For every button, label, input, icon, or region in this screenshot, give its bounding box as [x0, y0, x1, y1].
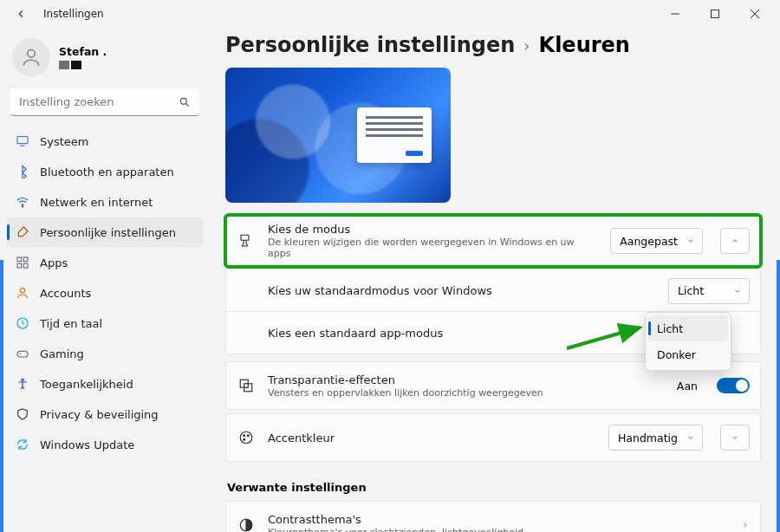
sidebar-item-clock[interactable]: Tijd en taal — [7, 308, 203, 338]
shield-icon — [16, 407, 29, 421]
svg-rect-11 — [17, 351, 28, 357]
row-choose-mode[interactable]: Kies de modus De kleuren wijzigen die wo… — [225, 215, 761, 267]
row-title: Contrastthema's — [268, 513, 729, 526]
row-subtitle: Kleurenthema's voor slechtzienden, licht… — [268, 527, 729, 533]
svg-point-1 — [28, 49, 36, 57]
sidebar: Stefan . SysteemBluetooth en apparatenNe… — [0, 28, 208, 532]
sidebar-item-label: Persoonlijke instellingen — [40, 226, 176, 239]
chevron-down-icon — [733, 287, 742, 295]
sidebar-item-game[interactable]: Gaming — [7, 339, 203, 368]
dropdown-option-donker[interactable]: Donker — [648, 341, 728, 367]
svg-point-17 — [244, 435, 245, 437]
svg-point-18 — [247, 435, 249, 437]
bluetooth-icon — [16, 165, 29, 178]
row-contrast-themes[interactable]: Contrastthema's Kleurenthema's voor slec… — [225, 501, 761, 532]
svg-rect-0 — [712, 10, 719, 18]
search-input[interactable] — [10, 88, 199, 116]
sidebar-item-label: Toegankelijkheid — [40, 378, 133, 391]
brush-icon — [16, 225, 29, 239]
chevron-up-icon — [731, 237, 739, 245]
svg-rect-7 — [17, 263, 22, 268]
row-windows-mode[interactable]: Kies uw standaardmodus voor Windows Lich… — [226, 270, 760, 312]
sidebar-item-label: Tijd en taal — [40, 317, 102, 330]
related-heading: Verwante instellingen — [227, 481, 761, 494]
row-title: Transparantie-effecten — [268, 373, 665, 386]
expand-button[interactable] — [720, 425, 750, 451]
brush-icon — [237, 233, 256, 249]
nav-list: SysteemBluetooth en apparatenNetwerk en … — [7, 127, 203, 459]
sidebar-item-label: Privacy & beveiliging — [40, 408, 159, 421]
sidebar-item-label: Bluetooth en apparaten — [40, 165, 174, 178]
row-subtitle: De kleuren wijzigen die worden weergegev… — [268, 237, 598, 259]
svg-rect-6 — [23, 257, 28, 262]
clock-icon — [16, 316, 29, 330]
svg-point-2 — [180, 98, 186, 104]
svg-rect-13 — [241, 235, 249, 240]
svg-point-12 — [22, 379, 24, 381]
sidebar-item-monitor[interactable]: Systeem — [7, 127, 203, 156]
sidebar-item-label: Apps — [40, 256, 68, 269]
chevron-right-icon: › — [523, 36, 530, 55]
sidebar-item-label: Netwerk en internet — [40, 196, 153, 209]
sidebar-item-shield[interactable]: Privacy & beveiliging — [7, 399, 203, 429]
svg-rect-8 — [23, 263, 28, 268]
windows-mode-select[interactable]: Licht — [668, 278, 750, 304]
theme-preview — [225, 68, 451, 203]
expand-button[interactable] — [720, 228, 750, 254]
sidebar-item-update[interactable]: Windows Update — [7, 430, 203, 459]
row-accent-color[interactable]: Accentkleur Handmatig — [225, 413, 761, 462]
sidebar-item-wifi[interactable]: Netwerk en internet — [7, 187, 203, 217]
svg-rect-3 — [17, 137, 28, 144]
svg-point-4 — [22, 206, 23, 207]
sidebar-item-label: Gaming — [40, 347, 84, 360]
transparency-icon — [237, 378, 256, 393]
sidebar-item-apps[interactable]: Apps — [7, 248, 203, 277]
monitor-icon — [16, 134, 29, 148]
breadcrumb-current: Kleuren — [539, 33, 630, 57]
chevron-right-icon — [741, 521, 750, 529]
back-button[interactable] — [10, 3, 31, 24]
user-name: Stefan . — [59, 45, 107, 58]
svg-point-9 — [20, 289, 24, 293]
sidebar-item-user[interactable]: Accounts — [7, 278, 203, 308]
sidebar-item-access[interactable]: Toegankelijkheid — [7, 369, 203, 399]
mode-select[interactable]: Aangepast — [610, 228, 703, 254]
search-icon — [179, 95, 191, 112]
minimize-button[interactable] — [655, 0, 695, 28]
avatar — [12, 38, 50, 76]
sidebar-item-brush[interactable]: Persoonlijke instellingen — [7, 217, 203, 247]
sidebar-item-label: Accounts — [40, 287, 91, 300]
toggle-label: Aan — [677, 380, 698, 393]
maximize-button[interactable] — [695, 0, 735, 28]
row-title: Accentkleur — [268, 431, 596, 444]
chevron-down-icon — [686, 237, 695, 245]
game-icon — [16, 347, 29, 360]
user-swatches — [59, 61, 107, 69]
wifi-icon — [16, 195, 29, 209]
row-subtitle: Vensters en oppervlakken lijken doorzich… — [268, 387, 665, 399]
accent-select[interactable]: Handmatig — [608, 425, 703, 451]
palette-icon — [237, 430, 256, 445]
svg-rect-5 — [17, 257, 22, 262]
app-mode-dropdown[interactable]: Licht Donker — [645, 312, 731, 371]
sidebar-item-bluetooth[interactable]: Bluetooth en apparaten — [7, 157, 203, 186]
update-icon — [16, 438, 29, 451]
contrast-icon — [237, 517, 256, 532]
close-button[interactable] — [735, 0, 775, 28]
window-title: Instellingen — [43, 8, 104, 20]
chevron-down-icon — [686, 433, 695, 442]
svg-point-19 — [244, 438, 245, 440]
breadcrumb: Persoonlijke instellingen › Kleuren — [225, 31, 761, 64]
dropdown-option-licht[interactable]: Licht — [648, 315, 728, 341]
transparency-toggle[interactable] — [717, 378, 750, 393]
row-title: Kies uw standaardmodus voor Windows — [268, 284, 656, 297]
access-icon — [16, 377, 29, 391]
apps-icon — [16, 256, 29, 269]
search-box[interactable] — [10, 88, 199, 116]
user-block[interactable]: Stefan . — [7, 35, 203, 85]
row-title: Kies de modus — [268, 223, 598, 236]
breadcrumb-parent[interactable]: Persoonlijke instellingen — [225, 33, 515, 57]
user-icon — [16, 286, 29, 300]
chevron-down-icon — [731, 433, 739, 442]
sidebar-item-label: Windows Update — [40, 438, 134, 451]
